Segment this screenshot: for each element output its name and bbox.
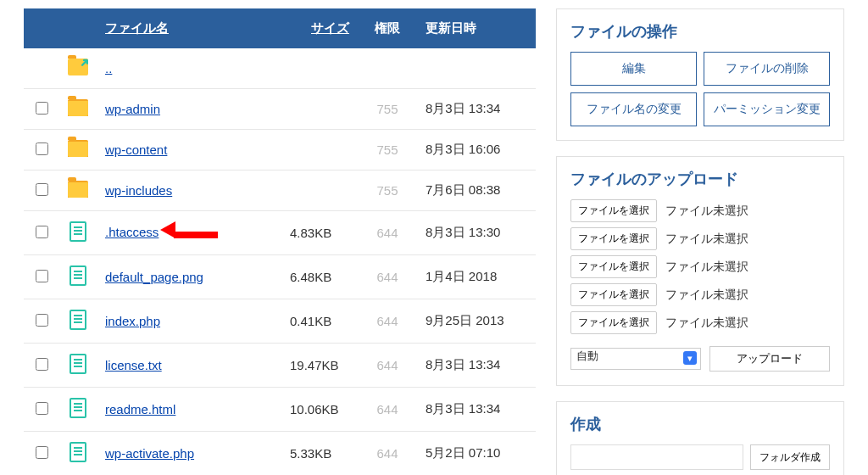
- file-icon: [70, 221, 86, 242]
- no-file-label: ファイル未選択: [665, 288, 748, 303]
- file-link[interactable]: wp-activate.php: [105, 446, 194, 461]
- file-icon: [70, 354, 86, 374]
- choose-file-button[interactable]: ファイルを選択: [570, 227, 657, 250]
- file-size: [281, 170, 358, 211]
- row-checkbox[interactable]: [36, 102, 48, 115]
- table-row: default_page.png6.48KB6441月4日 2018: [24, 255, 536, 299]
- chmod-button[interactable]: パーミッション変更: [704, 92, 830, 126]
- create-folder-button[interactable]: フォルダ作成: [750, 444, 830, 470]
- file-link[interactable]: index.php: [105, 314, 160, 328]
- file-ops-title: ファイルの操作: [570, 21, 830, 42]
- file-size: 4.83KB: [281, 211, 358, 255]
- file-size: 10.06KB: [281, 388, 358, 432]
- file-link[interactable]: wp-admin: [105, 102, 160, 116]
- file-perm: 644: [358, 299, 417, 344]
- file-date: 7月6日 08:38: [417, 170, 536, 211]
- file-ops-panel: ファイルの操作 編集 ファイルの削除 ファイル名の変更 パーミッション変更: [556, 8, 844, 141]
- file-link[interactable]: license.txt: [105, 358, 162, 372]
- table-header: ファイル名 サイズ 権限 更新日時: [24, 8, 536, 48]
- table-row: license.txt19.47KB6448月3日 13:34: [24, 344, 536, 388]
- upload-row: ファイルを選択ファイル未選択: [570, 283, 830, 306]
- file-link[interactable]: wp-includes: [105, 183, 172, 198]
- folder-icon: [68, 181, 88, 198]
- file-link[interactable]: .htaccess: [105, 225, 159, 239]
- table-row: wp-includes7557月6日 08:38: [24, 170, 536, 211]
- file-date: 8月3日 16:06: [417, 130, 536, 170]
- file-date: 8月3日 13:34: [417, 388, 536, 432]
- upload-row: ファイルを選択ファイル未選択: [570, 255, 830, 278]
- create-panel: 作成 フォルダ作成 ファイル作成: [556, 401, 844, 475]
- file-icon: [70, 398, 86, 418]
- file-link[interactable]: wp-content: [105, 142, 167, 157]
- choose-file-button[interactable]: ファイルを選択: [570, 283, 657, 306]
- row-checkbox[interactable]: [36, 314, 48, 327]
- row-checkbox[interactable]: [36, 402, 48, 415]
- folder-icon: [68, 140, 88, 157]
- file-table: ファイル名 サイズ 権限 更新日時 .. wp-admin7558月3日 13:…: [24, 8, 536, 475]
- header-perm: 権限: [375, 20, 400, 35]
- header-date: 更新日時: [426, 20, 476, 35]
- file-size: 5.33KB: [281, 432, 358, 476]
- row-checkbox[interactable]: [36, 446, 48, 459]
- no-file-label: ファイル未選択: [665, 232, 748, 247]
- file-perm: 644: [358, 388, 417, 432]
- file-size: 6.48KB: [281, 255, 358, 299]
- no-file-label: ファイル未選択: [665, 204, 748, 219]
- file-date: 1月4日 2018: [417, 255, 536, 299]
- file-perm: 644: [358, 255, 417, 299]
- choose-file-button[interactable]: ファイルを選択: [570, 311, 657, 334]
- file-perm: 755: [358, 89, 417, 130]
- file-link[interactable]: default_page.png: [105, 270, 203, 284]
- table-row: index.php0.41KB6449月25日 2013: [24, 299, 536, 344]
- upload-panel: ファイルのアップロード ファイルを選択ファイル未選択ファイルを選択ファイル未選択…: [556, 156, 844, 386]
- file-date: 5月2日 07:10: [417, 432, 536, 476]
- edit-button[interactable]: 編集: [570, 52, 697, 86]
- file-date: 8月3日 13:34: [417, 344, 536, 388]
- delete-button[interactable]: ファイルの削除: [704, 52, 830, 86]
- file-size: [281, 130, 358, 170]
- upload-row: ファイルを選択ファイル未選択: [570, 311, 830, 334]
- file-size: 19.47KB: [281, 344, 358, 388]
- choose-file-button[interactable]: ファイルを選択: [570, 199, 657, 222]
- table-row: wp-admin7558月3日 13:34: [24, 89, 536, 130]
- file-date: 9月25日 2013: [417, 299, 536, 344]
- folder-icon: [68, 99, 88, 116]
- file-date: 8月3日 13:30: [417, 211, 536, 255]
- row-checkbox[interactable]: [36, 358, 48, 371]
- parent-dir-link[interactable]: ..: [105, 61, 112, 75]
- folder-name-input[interactable]: [570, 444, 743, 470]
- row-checkbox[interactable]: [36, 142, 48, 155]
- table-row: .htaccess4.83KB6448月3日 13:30: [24, 211, 536, 255]
- file-size: [281, 89, 358, 130]
- upload-row: ファイルを選択ファイル未選択: [570, 199, 830, 222]
- upload-row: ファイルを選択ファイル未選択: [570, 227, 830, 250]
- file-perm: 755: [358, 170, 417, 211]
- upload-button[interactable]: アップロード: [709, 346, 830, 372]
- file-size: 0.41KB: [281, 299, 358, 344]
- highlight-arrow-icon: [174, 226, 218, 241]
- file-perm: 644: [358, 344, 417, 388]
- sort-size-link[interactable]: サイズ: [311, 20, 349, 35]
- file-perm: 644: [358, 432, 417, 476]
- file-perm: 644: [358, 211, 417, 255]
- table-row: wp-content7558月3日 16:06: [24, 130, 536, 170]
- table-row: readme.html10.06KB6448月3日 13:34: [24, 388, 536, 432]
- file-date: 8月3日 13:34: [417, 89, 536, 130]
- no-file-label: ファイル未選択: [665, 316, 748, 331]
- parent-dir-row: ..: [24, 48, 536, 89]
- sort-name-link[interactable]: ファイル名: [105, 20, 169, 35]
- no-file-label: ファイル未選択: [665, 260, 748, 275]
- row-checkbox[interactable]: [36, 270, 48, 282]
- file-icon: [70, 265, 86, 286]
- transfer-mode-select[interactable]: 自動: [570, 348, 701, 370]
- row-checkbox[interactable]: [36, 183, 48, 196]
- upload-title: ファイルのアップロード: [570, 169, 830, 189]
- table-row: wp-activate.php5.33KB6445月2日 07:10: [24, 432, 536, 476]
- row-checkbox[interactable]: [36, 226, 48, 238]
- file-icon: [70, 310, 86, 330]
- file-link[interactable]: readme.html: [105, 402, 175, 416]
- file-icon: [70, 442, 86, 462]
- rename-button[interactable]: ファイル名の変更: [570, 92, 697, 126]
- create-title: 作成: [570, 414, 830, 434]
- choose-file-button[interactable]: ファイルを選択: [570, 255, 657, 278]
